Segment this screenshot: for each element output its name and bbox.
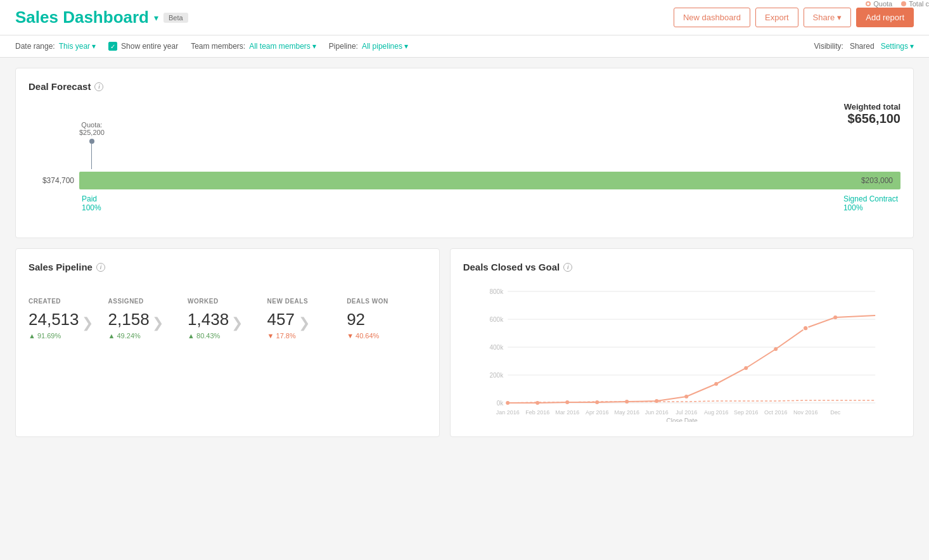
metric-value-group: 24,513 91.69% (29, 310, 79, 340)
metric-label: ASSIGNED (108, 298, 188, 305)
add-report-button[interactable]: Add report (856, 8, 914, 27)
settings-dropdown-icon: ▾ (910, 42, 914, 51)
pipeline-metric-created: CREATED 24,513 91.69% ❯ (29, 298, 108, 340)
chart-legend: Quota Total c (866, 0, 929, 8)
paid-annotation: Paid 100% (82, 194, 101, 212)
sales-pipeline-card: Sales Pipeline i CREATED 24,513 91.69% ❯… (15, 248, 440, 437)
pipeline-label: Pipeline: (329, 42, 358, 51)
signed-annotation: Signed Contract 100% (843, 194, 898, 212)
metric-arrow-icon (29, 332, 37, 340)
quota-line (91, 144, 92, 169)
team-members-label: Team members: (191, 42, 245, 51)
svg-text:Apr 2016: Apr 2016 (586, 409, 609, 416)
svg-text:Nov 2016: Nov 2016 (793, 409, 818, 416)
pipeline-filter: Pipeline: All pipelines ▾ (329, 42, 408, 51)
deals-closed-title: Deals Closed vs Goal i (463, 262, 573, 272)
new-dashboard-button[interactable]: New dashboard (674, 8, 750, 27)
bottom-row: Sales Pipeline i CREATED 24,513 91.69% ❯… (15, 248, 914, 437)
metric-change: 91.69% (29, 332, 79, 340)
metric-change: 80.43% (188, 332, 229, 340)
data-point (625, 400, 629, 404)
svg-text:Mar 2016: Mar 2016 (555, 409, 579, 416)
quota-dot (89, 139, 94, 144)
pipeline-metrics: CREATED 24,513 91.69% ❯ ASSIGNED 2,158 4… (29, 298, 426, 340)
quota-amount: $25,200 (79, 129, 105, 136)
deals-closed-card: Deals Closed vs Goal i Quota Total c (450, 248, 914, 437)
data-point (595, 400, 599, 404)
metric-value-group: 2,158 49.24% (108, 310, 150, 340)
svg-text:May 2016: May 2016 (614, 409, 639, 416)
title-dropdown-icon[interactable]: ▾ (154, 13, 158, 23)
top-bar: Sales Dashboard ▾ Beta New dashboard Exp… (0, 0, 929, 35)
metric-label: CREATED (29, 298, 108, 305)
svg-text:Sep 2016: Sep 2016 (734, 409, 759, 416)
date-range-filter: Date range: This year ▾ (15, 42, 96, 51)
pipeline-metric-assigned: ASSIGNED 2,158 49.24% ❯ (108, 298, 188, 340)
share-button[interactable]: Share ▾ (804, 8, 852, 27)
svg-text:400k: 400k (489, 344, 504, 351)
deal-forecast-content: Weighted total $656,100 Quota: $25,200 $… (29, 102, 900, 225)
show-entire-checkbox[interactable]: ✓ (108, 42, 117, 51)
svg-text:Jun 2016: Jun 2016 (644, 409, 668, 416)
legend-quota-icon (866, 1, 871, 6)
sales-pipeline-title: Sales Pipeline i (29, 262, 426, 272)
metric-arrow-icon (108, 332, 117, 340)
metric-value: 92 (347, 310, 379, 329)
pipeline-metric-new-deals: NEW DEALS 457 17.8% ❯ (267, 298, 347, 340)
svg-text:Dec: Dec (830, 409, 841, 416)
deal-forecast-info-icon[interactable]: i (94, 82, 103, 91)
data-point (655, 399, 658, 403)
metric-label: DEALS WON (347, 298, 426, 305)
svg-text:Feb 2016: Feb 2016 (525, 409, 549, 416)
sales-pipeline-info-icon[interactable]: i (96, 263, 105, 272)
data-point (833, 315, 837, 319)
deals-closed-info-icon[interactable]: i (563, 263, 572, 272)
pipeline-arrow-icon: ❯ (231, 315, 243, 331)
bar-annotations: Paid 100% Signed Contract 100% (29, 194, 900, 212)
line-chart-svg: 800k 600k 400k 200k 0k (463, 283, 900, 422)
bar-left-label: $374,700 (29, 176, 79, 185)
pipeline-metric-worked: WORKED 1,438 80.43% ❯ (188, 298, 267, 340)
settings-link[interactable]: Settings ▾ (881, 42, 914, 51)
pipeline-arrow-icon: ❯ (152, 315, 163, 331)
team-members-value[interactable]: All team members ▾ (249, 42, 316, 51)
metric-value: 24,513 (29, 310, 79, 329)
date-range-value[interactable]: This year ▾ (59, 42, 96, 51)
forecast-bar (79, 172, 900, 189)
metric-value-group: 92 40.64% (347, 310, 379, 340)
data-point (774, 347, 778, 351)
metric-change: 17.8% (267, 332, 296, 340)
data-point (535, 401, 539, 405)
metric-value: 1,438 (188, 310, 229, 329)
metric-change: 40.64% (347, 332, 379, 340)
legend-quota: Quota (866, 0, 892, 8)
forecast-chart: Quota: $25,200 $374,700 $203,000 (29, 121, 900, 212)
metric-label: WORKED (188, 298, 267, 305)
pipeline-arrow-icon: ❯ (82, 315, 93, 331)
metric-arrow-icon (267, 332, 276, 340)
page-title: Sales Dashboard (15, 8, 149, 27)
total-line (508, 315, 875, 403)
visibility-label: Visibility: (814, 42, 843, 51)
legend-total: Total c (901, 0, 929, 8)
metric-value-group: 1,438 80.43% (188, 310, 229, 340)
svg-text:200k: 200k (489, 372, 504, 379)
bar-right-label: $203,000 (861, 176, 893, 185)
pipeline-arrow-icon: ❯ (298, 315, 310, 331)
deal-forecast-title: Deal Forecast i (29, 81, 900, 92)
pipeline-dropdown-icon: ▾ (404, 42, 408, 51)
pipeline-value[interactable]: All pipelines ▾ (362, 42, 408, 51)
metric-arrow-icon (347, 332, 356, 340)
share-dropdown-icon: ▾ (837, 13, 842, 22)
top-bar-actions: New dashboard Export Share ▾ Add report (674, 8, 914, 27)
date-range-dropdown-icon: ▾ (92, 42, 96, 51)
date-range-label: Date range: (15, 42, 55, 51)
svg-text:Jan 2016: Jan 2016 (496, 409, 519, 416)
show-entire-filter[interactable]: ✓ Show entire year (108, 42, 178, 51)
data-point (744, 366, 748, 370)
visibility-value: Shared (850, 42, 875, 51)
metric-value: 2,158 (108, 310, 150, 329)
svg-text:Aug 2016: Aug 2016 (704, 409, 729, 416)
export-button[interactable]: Export (755, 8, 798, 27)
svg-text:Close Date: Close Date (666, 417, 698, 422)
